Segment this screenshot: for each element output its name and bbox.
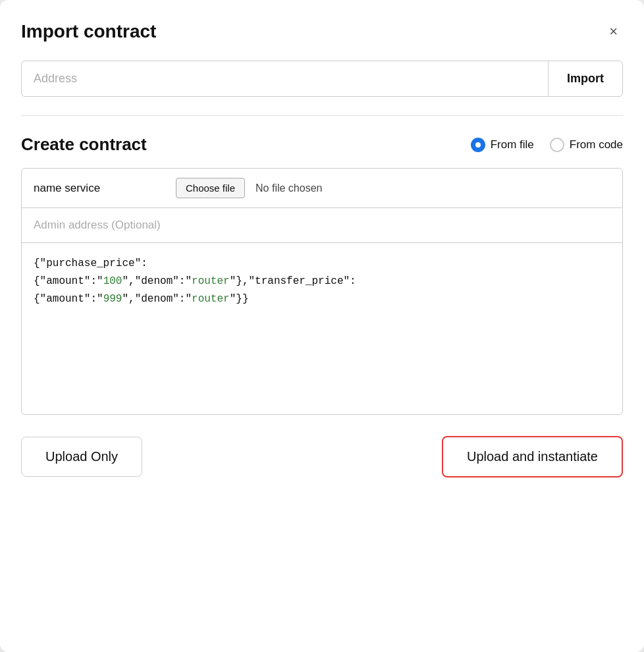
upload-instantiate-button[interactable]: Upload and instantiate — [442, 436, 623, 477]
radio-group: From file From code — [471, 138, 623, 152]
json-line3-mid: ","denom":" — [122, 293, 192, 305]
json-editor[interactable]: {"purchase_price": {"amount":"100","deno… — [22, 243, 622, 414]
modal-title: Import contract — [21, 21, 156, 42]
radio-from-code[interactable]: From code — [550, 138, 623, 152]
json-amount1: 100 — [103, 275, 122, 287]
radio-from-file-indicator — [471, 138, 485, 152]
section-divider — [21, 115, 623, 116]
json-denom1: router — [192, 275, 230, 287]
choose-file-button[interactable]: Choose file — [176, 178, 245, 198]
import-contract-modal: Import contract × Import Create contract… — [0, 0, 644, 652]
json-line2-mid: ","denom":" — [122, 275, 192, 287]
json-line2-open: {"amount":" — [34, 275, 103, 287]
import-button[interactable]: Import — [548, 61, 622, 96]
json-line1-key: {"purchase_price": — [34, 258, 148, 269]
create-contract-title: Create contract — [21, 134, 147, 155]
json-line3-open: {"amount":" — [34, 293, 103, 305]
bottom-buttons: Upload Only Upload and instantiate — [21, 436, 623, 477]
no-file-chosen-text: No file chosen — [255, 182, 322, 194]
json-line2-end: "},"transfer_price": — [230, 275, 356, 287]
radio-from-code-indicator — [550, 138, 564, 152]
radio-from-file-label: From file — [491, 138, 534, 151]
admin-address-row — [22, 208, 622, 243]
address-input[interactable] — [22, 61, 548, 96]
radio-from-file-inner — [475, 142, 481, 148]
admin-address-input[interactable] — [34, 219, 610, 232]
json-denom2: router — [192, 293, 230, 305]
json-amount2: 999 — [103, 293, 122, 305]
address-import-row: Import — [21, 61, 623, 97]
file-row-label: name service — [34, 182, 165, 195]
contract-panel: name service Choose file No file chosen … — [21, 168, 623, 415]
close-button[interactable]: × — [604, 22, 623, 41]
upload-only-button[interactable]: Upload Only — [21, 437, 142, 477]
radio-from-code-label: From code — [570, 138, 623, 151]
create-section-header: Create contract From file From code — [21, 134, 623, 155]
radio-from-file[interactable]: From file — [471, 138, 534, 152]
json-line3-end: "}} — [230, 293, 249, 305]
modal-header: Import contract × — [21, 21, 623, 42]
file-row: name service Choose file No file chosen — [22, 169, 622, 208]
